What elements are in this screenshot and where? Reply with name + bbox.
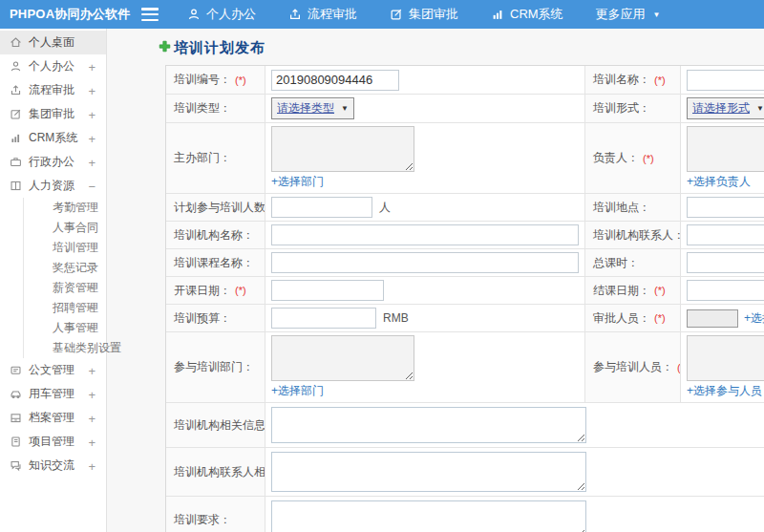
course-name-input[interactable]: [271, 252, 579, 273]
submenu-item-label: 培训管理: [53, 240, 98, 256]
end-date-input[interactable]: [687, 280, 764, 301]
sidebar-item-personal-office[interactable]: 个人办公 +: [0, 54, 106, 78]
sidebar-item-knowledge-exchange[interactable]: 知识交流 +: [0, 454, 106, 478]
field-label-org-contact-info: 培训机构联系人相关信息：: [166, 448, 265, 496]
submenu-item-reward-punishment[interactable]: 奖惩记录: [24, 258, 106, 278]
label-text: 培训类型：: [174, 100, 231, 117]
label-text: 培训机构相关信息：: [174, 417, 265, 434]
nav-personal-office[interactable]: 个人办公: [187, 6, 256, 23]
join-dept-textarea[interactable]: [271, 335, 414, 381]
upload-box-icon: [288, 8, 302, 21]
main-nav: 个人办公 流程审批 集团审批 CRM系统 更多应用 ▼: [187, 6, 661, 23]
user-icon: [10, 60, 22, 73]
nav-crm-system[interactable]: CRM系统: [491, 6, 563, 23]
org-contact-info-textarea[interactable]: [271, 452, 586, 492]
sidebar-item-human-resources[interactable]: 人力资源 −: [0, 174, 106, 198]
label-text: 总课时：: [593, 255, 639, 271]
expand-plus-icon[interactable]: +: [88, 83, 96, 97]
expand-plus-icon[interactable]: +: [88, 363, 96, 377]
start-date-input[interactable]: [271, 280, 384, 301]
submenu-item-attendance[interactable]: 考勤管理: [24, 198, 106, 218]
required-mark: (*): [654, 312, 666, 324]
submenu-item-recruit-mgmt[interactable]: 招聘管理+: [24, 298, 106, 318]
training-name-input[interactable]: [687, 70, 764, 91]
sidebar-item-project-mgmt[interactable]: 项目管理 +: [0, 430, 106, 454]
select-dept-link[interactable]: +选择部门: [271, 174, 324, 190]
select-value: 请选择形式: [692, 100, 750, 117]
expand-plus-icon[interactable]: +: [88, 107, 96, 121]
requirements-textarea[interactable]: [271, 500, 586, 532]
sidebar-item-document-mgmt[interactable]: 公文管理 +: [0, 358, 106, 382]
location-input[interactable]: [687, 197, 764, 218]
required-mark: (*): [235, 285, 246, 296]
document-icon: [10, 364, 22, 376]
expand-plus-icon[interactable]: +: [88, 155, 96, 169]
expand-plus-icon[interactable]: +: [88, 458, 96, 473]
field-label-training-form: 培训形式：: [585, 95, 681, 122]
total-hours-input[interactable]: [687, 252, 764, 273]
form-row-org-info: 培训机构相关信息：: [166, 403, 764, 448]
select-participants-link[interactable]: +选择参与人员: [687, 383, 762, 399]
join-people-textarea[interactable]: [687, 335, 764, 381]
org-name-input[interactable]: [271, 224, 579, 245]
expand-plus-icon[interactable]: +: [88, 411, 96, 425]
sidebar-item-label: 档案管理: [29, 410, 74, 426]
user-icon: [187, 8, 201, 21]
training-no-input[interactable]: [271, 70, 399, 91]
nav-group-approval[interactable]: 集团审批: [390, 6, 458, 23]
expand-plus-icon[interactable]: +: [88, 59, 96, 74]
expand-plus-icon[interactable]: +: [88, 387, 96, 401]
sidebar-item-vehicle-mgmt[interactable]: 用车管理 +: [0, 382, 106, 406]
sidebar-item-group-approval[interactable]: 集团审批 +: [0, 102, 106, 126]
label-text: 参与培训部门：: [174, 359, 254, 375]
hr-submenu: 考勤管理 人事合同 培训管理 奖惩记录 薪资管理+ 招聘管理+ 人事管理+ 基础…: [23, 198, 106, 358]
edit-square-icon: [10, 108, 22, 120]
sidebar-item-label: 知识交流: [29, 458, 74, 474]
form-row-org-name: 培训机构名称： 培训机构联系人：: [166, 222, 764, 249]
sidebar-item-label: 个人办公: [29, 58, 74, 74]
approver-input[interactable]: [687, 309, 738, 328]
form-row-planned-count: 计划参与培训人数：(*) 人 培训地点：: [166, 194, 764, 222]
expand-plus-icon[interactable]: +: [87, 302, 94, 315]
form-row-requirements: 培训要求：: [166, 497, 764, 532]
notebook-icon: [10, 436, 22, 448]
select-approver-link[interactable]: +选择审批人员: [744, 310, 764, 327]
sidebar-item-archive-mgmt[interactable]: 档案管理 +: [0, 406, 106, 430]
budget-input[interactable]: [271, 308, 376, 329]
field-label-approver: 审批人员：(*): [585, 305, 681, 331]
submenu-item-salary-mgmt[interactable]: 薪资管理+: [24, 278, 106, 298]
training-form-select[interactable]: 请选择形式▼: [687, 97, 764, 119]
select-dept-link[interactable]: +选择部门: [271, 383, 324, 399]
expand-plus-icon[interactable]: +: [88, 435, 96, 449]
submenu-item-hr-contract[interactable]: 人事合同: [24, 218, 106, 238]
expand-plus-icon[interactable]: +: [87, 342, 94, 355]
field-label-leader: 负责人：(*): [585, 123, 681, 193]
sidebar-item-personal-desktop[interactable]: 个人桌面: [0, 31, 106, 54]
unit-suffix: 人: [379, 200, 391, 216]
sidebar-item-workflow-approval[interactable]: 流程审批 +: [0, 78, 106, 102]
expand-plus-icon[interactable]: +: [87, 282, 94, 295]
sidebar-item-admin-office[interactable]: 行政办公 +: [0, 150, 106, 174]
submenu-item-personnel-mgmt[interactable]: 人事管理+: [24, 318, 106, 338]
submenu-item-base-category[interactable]: 基础类别设置+: [24, 338, 106, 358]
training-type-select[interactable]: 请选择类型▼: [271, 97, 354, 119]
org-info-textarea[interactable]: [271, 407, 586, 443]
sidebar-item-label: 个人桌面: [29, 34, 74, 51]
app-logo: PHPOA协同办公软件: [0, 6, 134, 23]
expand-plus-icon[interactable]: +: [87, 322, 94, 335]
leader-textarea[interactable]: [687, 126, 764, 172]
planned-count-input[interactable]: [271, 197, 372, 218]
bar-chart-icon: [491, 8, 504, 21]
field-label-start-date: 开课日期：(*): [166, 277, 265, 304]
submenu-item-training-mgmt[interactable]: 培训管理: [24, 238, 106, 258]
host-dept-textarea[interactable]: [271, 126, 414, 172]
nav-workflow-approval[interactable]: 流程审批: [288, 6, 357, 23]
collapse-minus-icon[interactable]: −: [88, 179, 96, 193]
label-text: 培训要求：: [174, 512, 231, 528]
org-contact-input[interactable]: [687, 224, 764, 245]
expand-plus-icon[interactable]: +: [88, 131, 96, 145]
nav-more-apps[interactable]: 更多应用 ▼: [596, 6, 661, 23]
menu-toggle-icon[interactable]: [141, 8, 159, 21]
sidebar-item-crm-system[interactable]: CRM系统 +: [0, 126, 106, 150]
select-leader-link[interactable]: +选择负责人: [687, 174, 751, 190]
